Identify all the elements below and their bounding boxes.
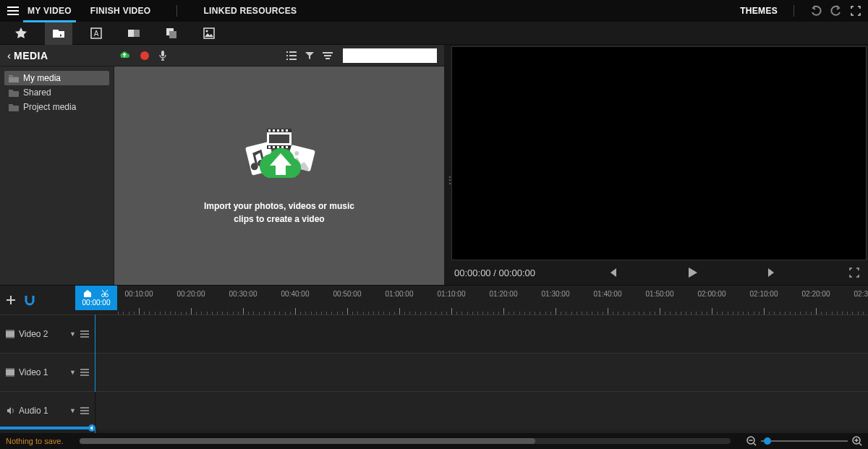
volume-knob[interactable] [88,424,95,432]
ruler-label: 02:20:00 [802,290,830,298]
zoom-slider[interactable] [761,440,848,442]
svg-rect-25 [269,134,289,143]
track-body[interactable] [95,392,868,429]
add-track-button[interactable] [6,295,16,305]
snap-toggle-button[interactable] [23,294,36,306]
ruler-label: 00:20:00 [177,290,205,298]
track-video2: Video 2 ▼ [0,315,868,353]
svg-rect-35 [6,375,14,377]
tree-item-shared[interactable]: Shared [4,85,109,100]
panel-resize-handle[interactable]: ⋮ [446,175,455,185]
sort-button[interactable] [323,51,333,60]
svg-point-8 [140,51,149,60]
track-label: Audio 1 [19,406,65,416]
audio-track-icon [6,406,14,415]
play-button[interactable] [686,266,699,279]
track-options-caret[interactable]: ▼ [69,369,76,376]
svg-rect-20 [268,146,271,148]
libtab-media[interactable] [45,22,72,45]
svg-rect-23 [281,146,284,148]
library-drop-zone[interactable]: Import your photos, videos or music clip… [114,67,444,285]
svg-rect-30 [6,331,14,337]
timeline-hscrollbar[interactable] [80,438,731,444]
svg-rect-19 [286,129,288,132]
svg-rect-31 [6,330,14,331]
preview-timecode: 00:00:00 / 00:00:00 [454,268,535,278]
track-audio1: Audio 1 ▼ [0,391,868,429]
folder-icon [9,88,19,97]
libtab-favorites[interactable] [7,22,35,45]
libtab-graphics[interactable] [195,22,223,45]
svg-point-7 [206,30,208,32]
svg-rect-9 [161,51,164,56]
libtab-effects[interactable] [158,22,185,45]
timeline-ruler[interactable]: 00:10:0000:20:0000:30:0000:40:0000:50:00… [117,286,868,315]
ruler-label: 02:00:00 [698,290,726,298]
ruler-label: 00:30:00 [229,290,258,298]
library-search-input[interactable] [346,51,446,60]
zoom-thumb[interactable] [764,437,771,445]
library-tree: My media Shared Project media [0,67,114,285]
track-options-caret[interactable]: ▼ [69,330,76,338]
video-track-icon [6,368,14,377]
track-menu-button[interactable] [80,369,89,376]
svg-rect-34 [6,368,14,369]
track-menu-button[interactable] [80,407,89,414]
track-label: Video 1 [19,367,65,377]
libtab-transitions[interactable] [120,22,148,45]
svg-point-29 [106,294,109,296]
ruler-label: 00:50:00 [333,290,362,298]
record-button[interactable] [140,51,150,61]
svg-rect-33 [6,369,14,375]
tab-linked-resources[interactable]: LINKED RESOURCES [203,0,297,22]
track-body[interactable] [95,315,868,353]
tree-item-label: Project media [23,102,76,112]
tab-my-video[interactable]: MY VIDEO [27,0,72,22]
folder-icon [9,74,19,82]
track-menu-button[interactable] [80,330,89,338]
svg-rect-22 [277,146,279,148]
track-label: Video 2 [19,329,65,339]
preview-viewport[interactable] [451,46,867,260]
zoom-in-button[interactable] [852,436,862,446]
marker-icon [84,290,91,297]
app-menu-button[interactable] [7,7,19,15]
voiceover-button[interactable] [158,50,167,61]
import-cloud-button[interactable] [118,51,131,61]
ruler-label: 02:10:00 [750,290,778,298]
ruler-label: 01:30:00 [542,290,570,298]
redo-button[interactable] [830,5,842,17]
divider [793,5,794,17]
preview-fullscreen-button[interactable] [849,268,859,278]
track-body[interactable] [95,354,868,391]
volume-slider[interactable] [0,427,95,429]
tree-item-my-media[interactable]: My media [4,71,109,85]
zoom-out-button[interactable] [746,436,757,446]
drop-text-line2: clips to create a video [204,213,354,226]
tab-finish-video[interactable]: FINISH VIDEO [90,0,151,22]
ruler-label: 01:40:00 [594,290,622,298]
svg-rect-24 [286,146,288,148]
library-search[interactable] [343,48,437,63]
undo-button[interactable] [810,5,822,17]
library-back-button[interactable]: ‹ [7,49,11,61]
libtab-titles[interactable]: A [82,22,110,45]
ruler-label: 01:50:00 [646,290,674,298]
prev-frame-button[interactable] [606,267,618,278]
themes-button[interactable]: THEMES [740,6,778,16]
view-list-button[interactable] [286,51,297,60]
divider [176,5,177,17]
tree-item-project-media[interactable]: Project media [4,100,109,114]
timeline-hscroll-thumb[interactable] [80,438,535,444]
filter-button[interactable] [305,51,314,60]
next-frame-button[interactable] [767,267,778,278]
playhead-indicator[interactable]: 00:00:00 [75,286,117,310]
fullscreen-button[interactable] [851,6,861,16]
track-video1: Video 1 ▼ [0,353,868,391]
ruler-label: 02:30:00 [854,290,868,298]
ruler-label: 01:00:00 [386,290,414,298]
track-options-caret[interactable]: ▼ [69,407,76,414]
ruler-label: 01:10:00 [438,290,466,298]
import-graphic [225,126,333,191]
tracks-area: Video 2 ▼ Video 1 ▼ Audio 1 [0,315,868,433]
